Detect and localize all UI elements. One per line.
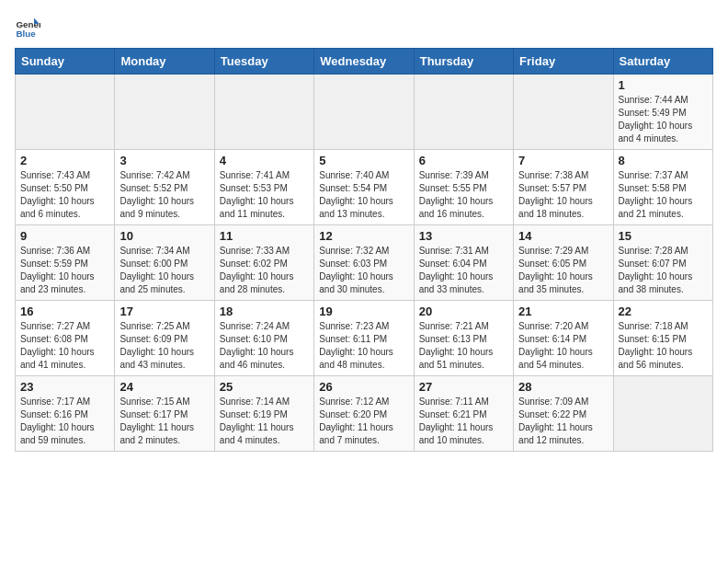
weekday-header-wednesday: Wednesday [314, 49, 414, 75]
calendar-cell-5-4: 26Sunrise: 7:12 AM Sunset: 6:20 PM Dayli… [314, 376, 414, 452]
calendar-cell-2-7: 8Sunrise: 7:37 AM Sunset: 5:58 PM Daylig… [613, 150, 712, 225]
day-info: Sunrise: 7:11 AM Sunset: 6:21 PM Dayligh… [419, 396, 508, 447]
calendar-cell-2-2: 3Sunrise: 7:42 AM Sunset: 5:52 PM Daylig… [115, 150, 214, 225]
day-info: Sunrise: 7:14 AM Sunset: 6:19 PM Dayligh… [220, 396, 309, 447]
day-info: Sunrise: 7:24 AM Sunset: 6:10 PM Dayligh… [220, 320, 309, 372]
day-info: Sunrise: 7:39 AM Sunset: 5:55 PM Dayligh… [419, 169, 508, 221]
day-info: Sunrise: 7:43 AM Sunset: 5:50 PM Dayligh… [20, 169, 109, 221]
day-info: Sunrise: 7:36 AM Sunset: 5:59 PM Dayligh… [20, 245, 109, 296]
calendar-cell-3-6: 14Sunrise: 7:29 AM Sunset: 6:05 PM Dayli… [514, 225, 613, 301]
day-number: 1 [619, 78, 708, 92]
weekday-header-saturday: Saturday [613, 49, 712, 75]
day-info: Sunrise: 7:37 AM Sunset: 5:58 PM Dayligh… [619, 169, 708, 221]
day-number: 7 [518, 154, 608, 167]
calendar-cell-1-3 [214, 75, 313, 150]
week-row-4: 16Sunrise: 7:27 AM Sunset: 6:08 PM Dayli… [16, 301, 713, 376]
day-number: 3 [119, 154, 209, 167]
day-info: Sunrise: 7:29 AM Sunset: 6:05 PM Dayligh… [518, 245, 608, 296]
week-row-3: 9Sunrise: 7:36 AM Sunset: 5:59 PM Daylig… [16, 225, 713, 301]
calendar-cell-3-4: 12Sunrise: 7:32 AM Sunset: 6:03 PM Dayli… [314, 225, 414, 301]
day-number: 15 [619, 229, 708, 243]
day-info: Sunrise: 7:23 AM Sunset: 6:11 PM Dayligh… [319, 320, 408, 372]
calendar-cell-3-2: 10Sunrise: 7:34 AM Sunset: 6:00 PM Dayli… [115, 225, 214, 301]
calendar-cell-1-2 [115, 75, 214, 150]
day-number: 13 [419, 229, 508, 243]
calendar-cell-4-6: 21Sunrise: 7:20 AM Sunset: 6:14 PM Dayli… [514, 301, 613, 376]
svg-text:Blue: Blue [16, 29, 36, 39]
day-info: Sunrise: 7:27 AM Sunset: 6:08 PM Dayligh… [20, 320, 109, 372]
weekday-header-tuesday: Tuesday [214, 49, 313, 75]
day-number: 23 [20, 380, 109, 394]
day-number: 21 [518, 304, 608, 318]
calendar-cell-5-3: 25Sunrise: 7:14 AM Sunset: 6:19 PM Dayli… [214, 376, 313, 452]
calendar-cell-4-1: 16Sunrise: 7:27 AM Sunset: 6:08 PM Dayli… [16, 301, 115, 376]
weekday-header-thursday: Thursday [414, 49, 513, 75]
calendar-cell-2-4: 5Sunrise: 7:40 AM Sunset: 5:54 PM Daylig… [314, 150, 414, 225]
day-number: 18 [220, 304, 309, 318]
calendar-cell-4-7: 22Sunrise: 7:18 AM Sunset: 6:15 PM Dayli… [613, 301, 712, 376]
day-number: 22 [619, 304, 708, 318]
day-info: Sunrise: 7:41 AM Sunset: 5:53 PM Dayligh… [220, 169, 309, 221]
page-header: General Blue [15, 15, 713, 40]
calendar-cell-4-5: 20Sunrise: 7:21 AM Sunset: 6:13 PM Dayli… [414, 301, 513, 376]
day-number: 24 [119, 380, 209, 394]
day-number: 6 [419, 154, 508, 167]
day-info: Sunrise: 7:15 AM Sunset: 6:17 PM Dayligh… [119, 396, 209, 447]
day-number: 12 [319, 229, 408, 243]
weekday-header-row: SundayMondayTuesdayWednesdayThursdayFrid… [16, 49, 713, 75]
calendar-cell-4-2: 17Sunrise: 7:25 AM Sunset: 6:09 PM Dayli… [115, 301, 214, 376]
calendar-cell-3-3: 11Sunrise: 7:33 AM Sunset: 6:02 PM Dayli… [214, 225, 313, 301]
calendar-cell-3-1: 9Sunrise: 7:36 AM Sunset: 5:59 PM Daylig… [16, 225, 115, 301]
week-row-1: 1Sunrise: 7:44 AM Sunset: 5:49 PM Daylig… [16, 75, 713, 150]
day-info: Sunrise: 7:42 AM Sunset: 5:52 PM Dayligh… [119, 169, 209, 221]
day-info: Sunrise: 7:17 AM Sunset: 6:16 PM Dayligh… [20, 396, 109, 447]
day-number: 8 [619, 154, 708, 167]
day-number: 9 [20, 229, 109, 243]
day-number: 16 [20, 304, 109, 318]
calendar-cell-4-3: 18Sunrise: 7:24 AM Sunset: 6:10 PM Dayli… [214, 301, 313, 376]
day-number: 10 [119, 229, 209, 243]
week-row-2: 2Sunrise: 7:43 AM Sunset: 5:50 PM Daylig… [16, 150, 713, 225]
day-info: Sunrise: 7:32 AM Sunset: 6:03 PM Dayligh… [319, 245, 408, 296]
day-number: 19 [319, 304, 408, 318]
calendar-cell-3-5: 13Sunrise: 7:31 AM Sunset: 6:04 PM Dayli… [414, 225, 513, 301]
calendar-table: SundayMondayTuesdayWednesdayThursdayFrid… [15, 48, 713, 452]
day-info: Sunrise: 7:25 AM Sunset: 6:09 PM Dayligh… [119, 320, 209, 372]
calendar-cell-1-5 [414, 75, 513, 150]
calendar-cell-5-2: 24Sunrise: 7:15 AM Sunset: 6:17 PM Dayli… [115, 376, 214, 452]
day-number: 28 [518, 380, 608, 394]
calendar-cell-5-6: 28Sunrise: 7:09 AM Sunset: 6:22 PM Dayli… [514, 376, 613, 452]
logo: General Blue [15, 15, 40, 40]
day-info: Sunrise: 7:44 AM Sunset: 5:49 PM Dayligh… [619, 94, 708, 145]
calendar-cell-1-1 [16, 75, 115, 150]
day-number: 17 [119, 304, 209, 318]
day-info: Sunrise: 7:21 AM Sunset: 6:13 PM Dayligh… [419, 320, 508, 372]
weekday-header-monday: Monday [115, 49, 214, 75]
day-info: Sunrise: 7:34 AM Sunset: 6:00 PM Dayligh… [119, 245, 209, 296]
day-info: Sunrise: 7:09 AM Sunset: 6:22 PM Dayligh… [518, 396, 608, 447]
day-number: 11 [220, 229, 309, 243]
calendar-cell-3-7: 15Sunrise: 7:28 AM Sunset: 6:07 PM Dayli… [613, 225, 712, 301]
day-number: 25 [220, 380, 309, 394]
day-info: Sunrise: 7:33 AM Sunset: 6:02 PM Dayligh… [220, 245, 309, 296]
calendar-cell-1-6 [514, 75, 613, 150]
week-row-5: 23Sunrise: 7:17 AM Sunset: 6:16 PM Dayli… [16, 376, 713, 452]
day-info: Sunrise: 7:28 AM Sunset: 6:07 PM Dayligh… [619, 245, 708, 296]
day-number: 27 [419, 380, 508, 394]
calendar-cell-5-7 [613, 376, 712, 452]
day-number: 26 [319, 380, 408, 394]
day-info: Sunrise: 7:40 AM Sunset: 5:54 PM Dayligh… [319, 169, 408, 221]
day-info: Sunrise: 7:18 AM Sunset: 6:15 PM Dayligh… [619, 320, 708, 372]
logo-icon: General Blue [15, 15, 40, 40]
day-number: 20 [419, 304, 508, 318]
day-info: Sunrise: 7:38 AM Sunset: 5:57 PM Dayligh… [518, 169, 608, 221]
weekday-header-friday: Friday [514, 49, 613, 75]
weekday-header-sunday: Sunday [16, 49, 115, 75]
calendar-cell-5-1: 23Sunrise: 7:17 AM Sunset: 6:16 PM Dayli… [16, 376, 115, 452]
calendar-cell-2-1: 2Sunrise: 7:43 AM Sunset: 5:50 PM Daylig… [16, 150, 115, 225]
calendar-cell-2-5: 6Sunrise: 7:39 AM Sunset: 5:55 PM Daylig… [414, 150, 513, 225]
calendar-cell-1-7: 1Sunrise: 7:44 AM Sunset: 5:49 PM Daylig… [613, 75, 712, 150]
calendar-cell-5-5: 27Sunrise: 7:11 AM Sunset: 6:21 PM Dayli… [414, 376, 513, 452]
calendar-cell-1-4 [314, 75, 414, 150]
calendar-cell-2-3: 4Sunrise: 7:41 AM Sunset: 5:53 PM Daylig… [214, 150, 313, 225]
